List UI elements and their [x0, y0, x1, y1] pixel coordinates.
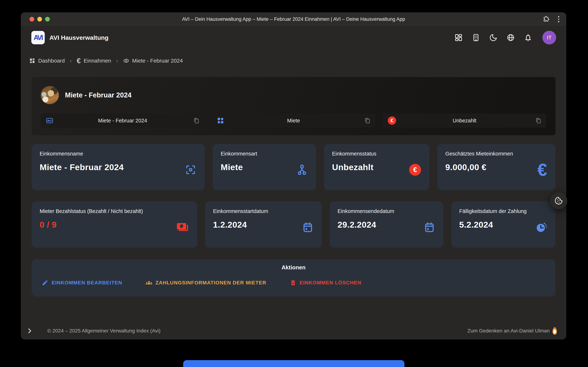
- card-einkommensstatus: Einkommensstatus Unbezahlt €: [324, 144, 429, 190]
- card-endedatum: Einkommensendedatum 29.2.2024: [330, 201, 443, 248]
- category-icon: [217, 117, 224, 124]
- card-faelligkeitsdatum: Fälligkeitsdatum der Zahlung 5.2.2024: [451, 201, 555, 248]
- background-window-edge[interactable]: [183, 360, 404, 367]
- app-header: AVI AVI Hausverwaltung: [21, 26, 566, 49]
- app-logo[interactable]: AVI: [31, 31, 45, 44]
- euro-icon: €: [537, 161, 547, 178]
- card-value: 29.2.2024: [338, 220, 435, 230]
- language-globe-icon[interactable]: [507, 33, 515, 42]
- page-title: AVI – Dein Hausverwaltung App – Miete – …: [182, 17, 405, 22]
- browser-window: AVI – Dein Hausverwaltung App – Miete – …: [21, 12, 566, 340]
- main-content: Miete - Februar 2024 Miete - Februar 202…: [21, 77, 566, 297]
- card-value: Miete: [221, 162, 308, 172]
- euro-badge-icon: €: [388, 117, 396, 125]
- card-value: 9.000,00 €: [445, 162, 547, 172]
- group-icon: [146, 280, 152, 286]
- card-label: Mieter Bezahlstatus (Bezahlt / Nicht bez…: [40, 208, 189, 214]
- calendar-icon: [424, 222, 435, 233]
- breadcrumb-einnahmen[interactable]: € Einnahmen: [77, 57, 111, 64]
- edit-income-label: EINKOMMEN BEARBEITEN: [52, 280, 122, 286]
- sidebar-expand-chevron-icon[interactable]: [26, 328, 33, 334]
- center-focus-icon: [185, 164, 196, 175]
- memorial-candle-icon: [553, 327, 557, 335]
- card-einkommensname: Einkommensname Miete - Februar 2024: [32, 144, 205, 190]
- user-avatar[interactable]: IT: [542, 31, 556, 44]
- delete-income-label: EINKOMMEN LÖSCHEN: [300, 280, 361, 286]
- income-type-value: Miete: [228, 118, 359, 124]
- euro-badge-icon: €: [409, 164, 421, 176]
- euro-icon: €: [77, 57, 81, 64]
- card-label: Einkommensstatus: [332, 151, 422, 157]
- card-label: Einkommensstartdatum: [213, 208, 314, 214]
- copy-icon[interactable]: [194, 118, 199, 124]
- minimize-window-button[interactable]: [37, 17, 42, 22]
- income-status-field: € Unbezahlt: [383, 114, 546, 128]
- income-thumbnail-image: [41, 86, 59, 104]
- card-label: Einkommensart: [221, 151, 308, 157]
- card-startdatum: Einkommensstartdatum 1.2.2024: [205, 201, 322, 248]
- notifications-bell-icon[interactable]: [524, 33, 532, 42]
- browser-menu-icon[interactable]: [555, 16, 562, 23]
- card-label: Einkommensname: [40, 151, 197, 157]
- cookie-settings-button[interactable]: [550, 192, 567, 209]
- income-type-field: Miete: [212, 114, 375, 128]
- breadcrumb: Dashboard › € Einnahmen › Miete - Februa…: [29, 56, 566, 65]
- payments-icon: [176, 221, 189, 234]
- income-title: Miete - Februar 2024: [65, 91, 131, 99]
- breadcrumb-current: Miete - Februar 2024: [123, 58, 183, 64]
- card-value: 0 / 9: [40, 220, 189, 230]
- actions-title: Aktionen: [42, 264, 545, 271]
- desktop: AVI – Dein Hausverwaltung App – Miete – …: [0, 0, 588, 367]
- name-badge-icon: [46, 117, 53, 124]
- extensions-icon[interactable]: [542, 16, 550, 23]
- card-value: Unbezahlt: [332, 162, 422, 172]
- income-hero-card: Miete - Februar 2024 Miete - Februar 202…: [32, 77, 555, 135]
- app-title: AVI Hausverwaltung: [49, 34, 108, 41]
- dashboard-icon[interactable]: [454, 33, 463, 42]
- edit-pencil-icon: [42, 280, 48, 286]
- breadcrumb-label: Dashboard: [38, 58, 65, 64]
- cookie-icon: [554, 196, 563, 205]
- delete-income-button[interactable]: EINKOMMEN LÖSCHEN: [290, 280, 361, 286]
- actions-row: EINKOMMEN BEARBEITEN ZAHLUNGSINFORMATION…: [42, 280, 545, 286]
- header-actions: IT: [454, 31, 556, 44]
- memorial-text: Zum Gedenken an Avi-Daniel Ulman: [467, 328, 550, 334]
- actions-card: Aktionen EINKOMMEN BEARBEITEN ZAHLUNGSIN…: [32, 259, 555, 297]
- footer: © 2024 – 2025 Allgemeiner Verwaltung Ind…: [21, 326, 566, 335]
- copy-icon[interactable]: [536, 118, 541, 124]
- copy-icon[interactable]: [365, 118, 370, 124]
- dark-mode-icon[interactable]: [489, 33, 497, 42]
- stat-cards-row-1: Einkommensname Miete - Februar 2024 Eink…: [32, 144, 555, 190]
- card-label: Fälligkeitsdatum der Zahlung: [459, 208, 547, 214]
- calendar-icon: [302, 222, 313, 233]
- tenant-payment-info-label: ZAHLUNGSINFORMATIONEN DER MIETER: [156, 280, 266, 286]
- stat-cards-row-2: Mieter Bezahlstatus (Bezahlt / Nicht bez…: [32, 201, 555, 248]
- window-controls: [29, 17, 50, 22]
- breadcrumb-separator: ›: [70, 58, 72, 64]
- card-einkommensart: Einkommensart Miete: [213, 144, 316, 190]
- card-value: Miete - Februar 2024: [40, 162, 197, 172]
- breadcrumb-dashboard[interactable]: Dashboard: [29, 58, 65, 64]
- zoom-window-button[interactable]: [45, 17, 50, 22]
- card-value: 5.2.2024: [459, 220, 547, 230]
- card-label: Einkommensendedatum: [338, 208, 435, 214]
- browser-titlebar: AVI – Dein Hausverwaltung App – Miete – …: [21, 12, 566, 26]
- dashboard-icon: [29, 58, 35, 64]
- breadcrumb-label: Miete - Februar 2024: [132, 58, 183, 64]
- breadcrumb-separator: ›: [116, 58, 118, 64]
- close-window-button[interactable]: [29, 17, 34, 22]
- timer-icon: [535, 221, 547, 233]
- eye-icon: [123, 58, 129, 64]
- income-name-field: Miete - Februar 2024: [41, 114, 204, 128]
- building-icon[interactable]: [472, 33, 480, 42]
- tenant-payment-info-button[interactable]: ZAHLUNGSINFORMATIONEN DER MIETER: [146, 280, 266, 286]
- income-status-value: Unbezahlt: [399, 118, 530, 124]
- card-mieteinkommen: Geschätztes Mieteinkommen 9.000,00 € €: [437, 144, 555, 190]
- memorial: Zum Gedenken an Avi-Daniel Ulman: [467, 327, 557, 335]
- hero-fields: Miete - Februar 2024: [41, 114, 546, 128]
- copyright-text: © 2024 – 2025 Allgemeiner Verwaltung Ind…: [47, 328, 161, 334]
- delete-trash-icon: [290, 280, 296, 286]
- income-name-value: Miete - Februar 2024: [57, 118, 188, 124]
- edit-income-button[interactable]: EINKOMMEN BEARBEITEN: [42, 280, 122, 286]
- card-bezahlstatus: Mieter Bezahlstatus (Bezahlt / Nicht bez…: [32, 201, 197, 248]
